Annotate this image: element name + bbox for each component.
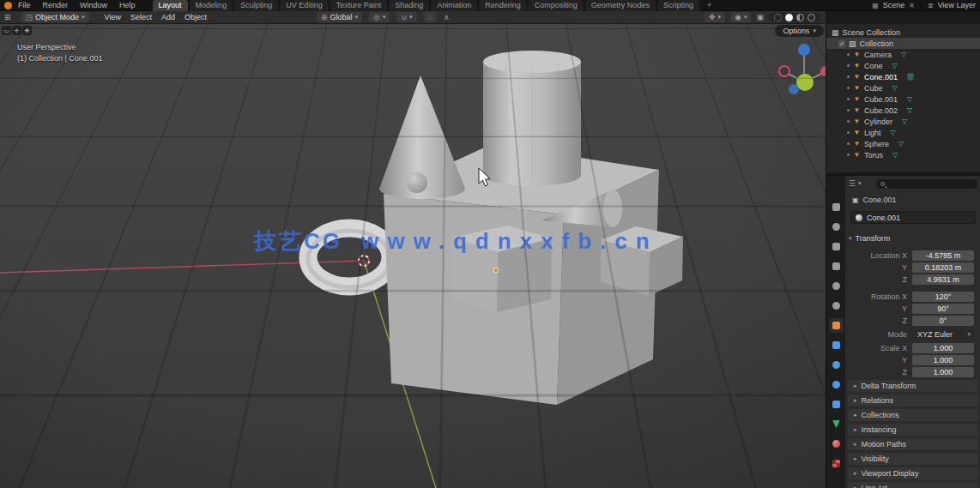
scene-collection-row[interactable]: ▦ Scene Collection <box>826 27 980 38</box>
wireframe-shading-button[interactable] <box>774 14 782 21</box>
object-data-icon[interactable]: ▽ <box>891 129 896 136</box>
disclosure-dot-icon[interactable] <box>847 109 850 111</box>
3d-viewport[interactable]: ▭ ✛ ✥ User Perspective (1) Collection | … <box>0 24 826 488</box>
object-data-icon[interactable]: ▽ <box>892 84 898 92</box>
outliner-object-row[interactable]: ▼ Torus ▽ <box>826 149 980 160</box>
overlays-dropdown[interactable]: ◉▾ <box>730 12 751 22</box>
disclosure-dot-icon[interactable] <box>847 154 850 156</box>
workspace-tab[interactable]: Rendering <box>479 0 527 11</box>
workspace-tab[interactable]: Modeling <box>190 0 233 11</box>
properties-tab[interactable] <box>829 377 844 392</box>
disclosure-dot-icon[interactable] <box>847 64 850 67</box>
workspace-tab[interactable]: Sculpting <box>234 0 278 11</box>
object-data-icon[interactable]: ▽ <box>907 95 912 103</box>
navigation-gizmo[interactable] <box>777 39 826 94</box>
properties-editor-icon[interactable]: ☰ <box>849 179 856 188</box>
disclosure-dot-icon[interactable] <box>847 87 850 89</box>
workspace-tab[interactable]: Layout <box>153 0 188 11</box>
outliner-object-row[interactable]: ▼ Cube.002 ▽ <box>826 105 980 116</box>
blender-logo-icon[interactable] <box>4 2 12 9</box>
object-data-icon[interactable]: ▽ <box>892 62 898 69</box>
viewport-menu-item[interactable]: Add <box>161 13 175 21</box>
object-data-icon[interactable]: ▽ <box>907 106 912 114</box>
object-data-icon[interactable]: ▽ <box>907 73 914 81</box>
add-workspace-button[interactable]: + <box>704 1 715 9</box>
location-value-field[interactable]: 4.9931 m <box>912 274 974 285</box>
disclosure-dot-icon[interactable] <box>847 142 850 145</box>
properties-tab[interactable] <box>829 239 844 254</box>
menubar-item[interactable]: Render <box>43 1 69 9</box>
cursor-tool[interactable]: ✛ <box>12 26 21 35</box>
solid-shading-button[interactable] <box>785 14 793 21</box>
select-box-tool[interactable]: ▭ <box>2 26 11 35</box>
properties-tab[interactable] <box>829 318 844 333</box>
outliner-object-row[interactable]: ▼ Cone.001 ▽ <box>826 71 980 82</box>
viewport-menu-item[interactable]: Select <box>130 13 152 21</box>
scale-value-field[interactable]: 1.000 <box>912 343 974 353</box>
outliner-object-row[interactable]: ▼ Cube ▽ <box>826 82 980 93</box>
collapsed-section-header[interactable]: ▸ Relations <box>848 395 978 407</box>
object-data-icon[interactable]: ▽ <box>898 140 904 148</box>
properties-tab[interactable] <box>829 200 844 214</box>
menubar-item[interactable]: Window <box>80 1 107 9</box>
collapsed-section-header[interactable]: ▸ Instancing <box>848 424 978 436</box>
outliner-object-row[interactable]: ▼ Light ▽ <box>826 127 980 138</box>
properties-tab[interactable] <box>829 437 844 451</box>
workspace-tab[interactable]: Compositing <box>529 0 584 11</box>
outliner-object-row[interactable]: ▼ Sphere ▽ <box>826 138 980 149</box>
view-layer-selector[interactable]: View Layer <box>938 1 976 9</box>
collapsed-section-header[interactable]: ▸ Motion Paths <box>848 438 978 450</box>
move-tool[interactable]: ✥ <box>22 26 32 35</box>
outliner-object-row[interactable]: ▼ Cube.001 ▽ <box>826 93 980 105</box>
scene-selector[interactable]: Scene <box>883 1 905 9</box>
gizmo-z-axis[interactable] <box>798 44 810 56</box>
disclosure-dot-icon[interactable] <box>847 53 850 56</box>
disclosure-dot-icon[interactable] <box>847 131 850 134</box>
unlink-icon[interactable]: ✕ <box>909 2 915 9</box>
properties-tab[interactable] <box>829 397 844 412</box>
properties-tab[interactable] <box>829 298 844 313</box>
rotation-value-field[interactable]: 90° <box>912 304 974 314</box>
outliner-object-row[interactable]: ▼ Camera ▽ <box>826 49 980 60</box>
cylinder-object[interactable] <box>483 51 581 186</box>
gizmo-y-axis[interactable] <box>796 74 814 91</box>
workspace-tab[interactable]: Texture Paint <box>330 0 388 11</box>
viewport-menu-item[interactable]: View <box>105 13 121 21</box>
pivot-point-dropdown[interactable]: ◎▾ <box>369 12 390 22</box>
checkbox-icon[interactable]: ✓ <box>838 40 845 47</box>
properties-tab[interactable] <box>829 338 844 352</box>
rotation-value-field[interactable]: 0° <box>912 316 974 326</box>
transform-section-header[interactable]: ▾ Transform <box>849 232 977 244</box>
rotation-value-field[interactable]: 120° <box>912 292 974 302</box>
properties-search-input[interactable] <box>876 179 977 189</box>
properties-tab[interactable] <box>829 358 844 372</box>
transform-orientation-dropdown[interactable]: ⊕ Global ▾ <box>317 12 362 22</box>
object-data-icon[interactable]: ▽ <box>902 117 907 125</box>
properties-tab[interactable] <box>829 456 844 471</box>
workspace-tab[interactable]: Scripting <box>657 0 699 11</box>
sphere-object[interactable] <box>407 172 427 193</box>
viewport-menu-item[interactable]: Object <box>185 13 207 21</box>
collapsed-section-header[interactable]: ▸ Line Art <box>848 482 978 488</box>
workspace-tab[interactable]: UV Editing <box>280 0 329 11</box>
object-data-icon[interactable]: ▽ <box>901 51 906 58</box>
outliner-object-row[interactable]: ▼ Cylinder ▽ <box>826 116 980 127</box>
disclosure-dot-icon[interactable] <box>847 75 850 78</box>
scale-value-field[interactable]: 1.000 <box>912 367 974 377</box>
scale-value-field[interactable]: 1.000 <box>912 355 974 365</box>
properties-breadcrumb[interactable]: ▣ Cone.001 <box>852 196 897 204</box>
properties-tab[interactable] <box>829 259 844 274</box>
object-data-icon[interactable]: ▽ <box>892 151 898 159</box>
disclosure-dot-icon[interactable] <box>847 120 850 123</box>
show-gizmo-dropdown[interactable]: ✥▾ <box>705 12 725 22</box>
menubar-item[interactable]: File <box>18 1 31 9</box>
editor-type-icon[interactable]: ⊞ <box>4 13 11 21</box>
collapsed-section-header[interactable]: ▸ Delta Transform <box>848 380 978 392</box>
snap-controls[interactable]: ∪▾ <box>396 12 416 22</box>
workspace-tab[interactable]: Animation <box>431 0 477 11</box>
properties-tab[interactable] <box>829 279 844 293</box>
mode-dropdown[interactable]: ◳ Object Mode ▾ <box>21 12 89 22</box>
properties-tab[interactable] <box>829 220 844 234</box>
collapsed-section-header[interactable]: ▸ Viewport Display <box>848 467 978 479</box>
options-dropdown[interactable]: Options▾ <box>775 25 824 37</box>
